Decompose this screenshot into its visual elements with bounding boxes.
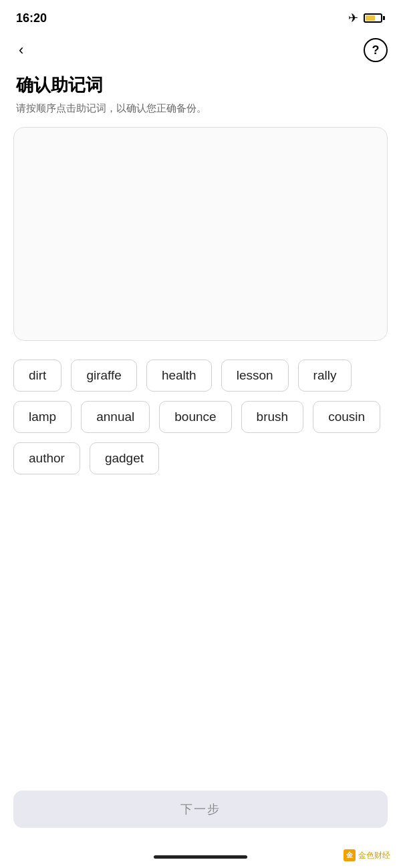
page-subtitle: 请按顺序点击助记词，以确认您正确备份。 xyxy=(16,101,385,116)
status-bar: 16:20 ✈ xyxy=(0,0,401,33)
page-header: 确认助记词 请按顺序点击助记词，以确认您正确备份。 xyxy=(0,67,401,127)
home-indicator xyxy=(154,855,247,859)
help-button[interactable]: ? xyxy=(364,38,388,62)
nav-bar: ‹ ? xyxy=(0,33,401,67)
battery-fill xyxy=(366,15,375,21)
word-chip-dirt[interactable]: dirt xyxy=(13,359,61,392)
word-chip-lamp[interactable]: lamp xyxy=(13,401,72,433)
status-icons: ✈ xyxy=(348,11,385,25)
word-chip-lesson[interactable]: lesson xyxy=(221,359,289,392)
word-chip-rally[interactable]: rally xyxy=(298,359,352,392)
next-button[interactable]: 下一步 xyxy=(13,790,388,828)
word-chip-bounce[interactable]: bounce xyxy=(159,401,231,433)
battery-body xyxy=(364,13,382,23)
watermark-text: 金色财经 xyxy=(358,850,390,861)
selection-box xyxy=(13,127,388,341)
word-chip-cousin[interactable]: cousin xyxy=(313,401,380,433)
word-chip-giraffe[interactable]: giraffe xyxy=(71,359,136,392)
word-chip-health[interactable]: health xyxy=(146,359,212,392)
status-time: 16:20 xyxy=(16,11,47,25)
airplane-icon: ✈ xyxy=(348,11,358,25)
next-button-container: 下一步 xyxy=(13,790,388,828)
watermark-icon: 金 xyxy=(344,849,356,861)
word-chip-brush[interactable]: brush xyxy=(241,401,304,433)
battery-tip xyxy=(383,16,385,20)
word-chip-annual[interactable]: annual xyxy=(81,401,150,433)
watermark: 金 金色财经 xyxy=(344,849,390,861)
word-grid: dirtgiraffehealthlessonrallylampannualbo… xyxy=(13,359,388,474)
word-chip-gadget[interactable]: gadget xyxy=(90,442,159,474)
page-title: 确认助记词 xyxy=(16,74,385,97)
battery-icon xyxy=(364,13,385,23)
word-chip-author[interactable]: author xyxy=(13,442,80,474)
back-button[interactable]: ‹ xyxy=(13,39,29,61)
